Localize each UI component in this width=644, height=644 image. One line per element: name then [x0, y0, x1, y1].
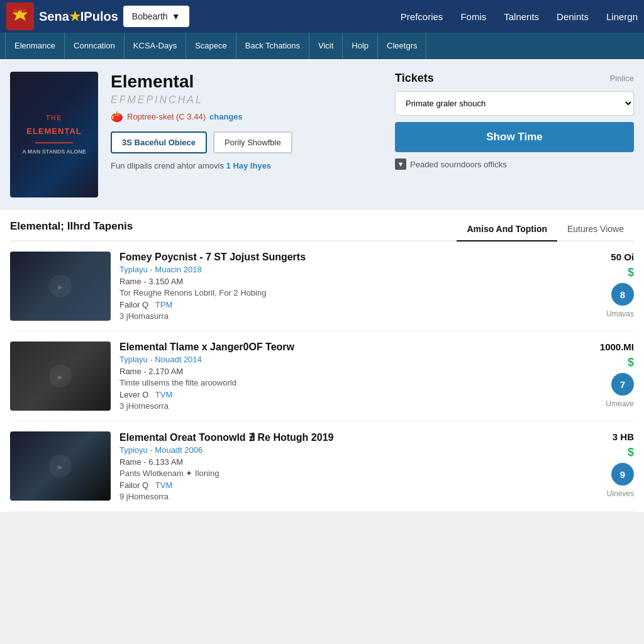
movie-item-type: Typlayu - Muacin 2018 — [119, 265, 575, 274]
subnav-scapece[interactable]: Scapece — [186, 33, 236, 59]
score-dollar: $ — [628, 266, 634, 279]
svg-point-0 — [14, 9, 18, 13]
nav-link-prefcories[interactable]: Prefcories — [401, 11, 443, 22]
svg-point-1 — [23, 9, 26, 13]
movie-list: ▶ Fomey Poycnist - 7 ST Jojust Sungerts … — [10, 242, 634, 512]
movie-extra-info: Fun dlipails crend ahtor amovis 1 Hay lh… — [111, 161, 382, 170]
movie-title-main: Elemental — [111, 72, 382, 92]
extra-link[interactable]: 1 Hay lhyes — [226, 161, 272, 170]
movie-meta: Fomey Poycnist - 7 ST Jojust Sungerts Ty… — [119, 252, 575, 321]
movie-meta: Elemental Tlame x Janger0OF Teorw Typlay… — [119, 341, 575, 411]
movie-score-area: 50 Oi $ 8 Umavas — [584, 252, 634, 318]
poster-desc: A MAN STANDS ALONE — [17, 148, 91, 155]
movie-list-item: ▶ Elemental Tlame x Janger0OF Teorw Typl… — [10, 331, 634, 421]
movie-detail-section: THE ELEMENTAL A MAN STANDS ALONE Element… — [0, 59, 644, 210]
nav-link-linergn[interactable]: Linergn — [606, 11, 638, 22]
subnav-vicit[interactable]: Vicit — [309, 33, 343, 59]
score-circle: 9 — [611, 463, 634, 486]
score-extra: Umeave — [606, 399, 634, 408]
subnav-back-tchations[interactable]: Back Tchations — [236, 33, 309, 59]
movie-item-title: Elemental Tlame x Janger0OF Teorw — [119, 341, 575, 353]
poster-line1: THE — [46, 114, 62, 121]
movie-item-homes: 9 jHomesorra — [119, 492, 575, 501]
movie-meta: Elemental Oreat Toonowld ∄ Re Hotugh 201… — [119, 431, 575, 501]
rt-changes-link[interactable]: changes — [209, 112, 243, 121]
nav-link-fomis[interactable]: Fomis — [460, 11, 486, 22]
tab-amiso[interactable]: Amiso And Toption — [457, 219, 557, 242]
movie-item-title: Fomey Poycnist - 7 ST Jojust Sungerts — [119, 252, 575, 263]
score-circle: 8 — [611, 283, 634, 306]
related-header: Elemental; Ilhrd Tapenis Amiso And Topti… — [10, 210, 634, 242]
subnav-kcsa-days[interactable]: KCSA-Days — [125, 33, 186, 59]
top-nav: Sena★IPulos Bobearth ▼ Prefcories Fomis … — [0, 0, 644, 33]
movie-item-desc: Tor Reughe Renons Lobril, For 2 Hobing — [119, 288, 575, 297]
movie-item-detail: Rame - 6.133 AM — [119, 457, 575, 467]
location-selector[interactable]: Bobearth ▼ — [123, 6, 189, 27]
subnav-holp[interactable]: Holp — [343, 33, 378, 59]
movie-title-sub: EFMEPINCHAL — [111, 94, 382, 106]
peaded-text: Peaded sourndoors officks — [410, 160, 507, 169]
subnav-elenmance[interactable]: Elenmance — [5, 33, 65, 59]
movie-item-type: Typlayu - Nouadt 2014 — [119, 355, 575, 364]
score-label: 1000.MI — [600, 341, 634, 352]
logo-icon — [6, 3, 34, 30]
movie-buttons: 3S Baceñul Obiece Porily Showfble — [111, 131, 382, 153]
movie-score-area: 3 HB $ 9 Uineves — [584, 431, 634, 498]
movie-thumb: ▶ — [10, 431, 111, 501]
movie-item-detail: Rame - 3.150 AM — [119, 277, 575, 286]
movie-item-level: Lever O TVM — [119, 390, 575, 399]
level-link[interactable]: TVM — [155, 480, 172, 490]
movie-item-detail: Rame - 2.170 AM — [119, 367, 575, 376]
score-label: 50 Oi — [611, 252, 634, 262]
show-time-button[interactable]: Show Time — [395, 122, 634, 152]
movie-item-homes: 3 jHomesorra — [119, 401, 575, 411]
logo-area: Sena★IPulos Bobearth ▼ — [6, 3, 189, 30]
movie-list-item: ▶ Elemental Oreat Toonowld ∄ Re Hotugh 2… — [10, 421, 634, 512]
movie-item-type: Typioyu - Mouadt 2006 — [119, 445, 575, 455]
tickets-title: Tickets — [395, 72, 434, 85]
movie-score-area: 1000.MI $ 7 Umeave — [584, 341, 634, 408]
btn-baceñul[interactable]: 3S Baceñul Obiece — [111, 131, 207, 153]
nav-links: Prefcories Fomis Talnents Denints Linerg… — [401, 11, 638, 22]
nav-link-talnents[interactable]: Talnents — [504, 11, 539, 22]
related-section: Elemental; Ilhrd Tapenis Amiso And Topti… — [0, 210, 644, 512]
subnav-conncation[interactable]: Conncation — [65, 33, 125, 59]
movie-item-level: Failor Q TPM — [119, 300, 575, 309]
movie-item-level: Failor Q TVM — [119, 480, 575, 490]
logo-text: Sena★IPulos — [39, 9, 118, 24]
svg-text:▶: ▶ — [58, 284, 63, 291]
sub-nav: Elenmance Conncation KCSA-Days Scapece B… — [0, 33, 644, 59]
peaded-arrow-icon: ▼ — [395, 158, 406, 170]
poster-line2: ELEMENTAL — [26, 126, 81, 137]
related-tabs: Amiso And Toption Eutures Viowe — [457, 219, 634, 240]
movie-thumb: ▶ — [10, 341, 111, 411]
svg-text:▶: ▶ — [58, 464, 63, 470]
nav-link-denints[interactable]: Denints — [557, 11, 589, 22]
related-title: Elemental; Ilhrd Tapenis — [10, 220, 133, 239]
score-dollar: $ — [628, 356, 634, 369]
rt-icon: 🍅 — [111, 111, 123, 123]
score-dollar: $ — [628, 446, 634, 459]
score-extra: Uineves — [607, 489, 634, 498]
level-link[interactable]: TPM — [155, 300, 172, 309]
theater-select[interactable]: Primate graler shouch — [395, 91, 634, 116]
rt-text: Roptree-sket (C 3.44) — [127, 112, 206, 121]
score-extra: Umavas — [606, 309, 634, 318]
movie-item-desc: Timte ullsems the filte arooworld — [119, 378, 575, 387]
svg-text:▶: ▶ — [58, 374, 63, 380]
tickets-header: Tickets Pinlice — [395, 72, 634, 85]
level-link[interactable]: TVM — [155, 390, 172, 399]
score-circle: 7 — [611, 373, 634, 396]
movie-poster: THE ELEMENTAL A MAN STANDS ALONE — [10, 72, 98, 197]
score-label: 3 HB — [613, 431, 634, 442]
tab-eutures[interactable]: Eutures Viowe — [557, 219, 634, 242]
btn-showfble[interactable]: Porily Showfble — [213, 131, 292, 153]
tickets-panel: Tickets Pinlice Primate graler shouch Sh… — [395, 72, 634, 170]
pinlice-label: Pinlice — [610, 74, 634, 83]
movie-item-desc: Pants Wlotkenam ✦ Iloning — [119, 469, 575, 478]
peaded-row: ▼ Peaded sourndoors officks — [395, 158, 634, 170]
subnav-cleetgrs[interactable]: Cleetgrs — [378, 33, 426, 59]
movie-info: Elemental EFMEPINCHAL 🍅 Roptree-sket (C … — [111, 72, 382, 170]
movie-item-title: Elemental Oreat Toonowld ∄ Re Hotugh 201… — [119, 431, 575, 443]
rotten-tomatoes-row: 🍅 Roptree-sket (C 3.44) changes — [111, 111, 382, 123]
